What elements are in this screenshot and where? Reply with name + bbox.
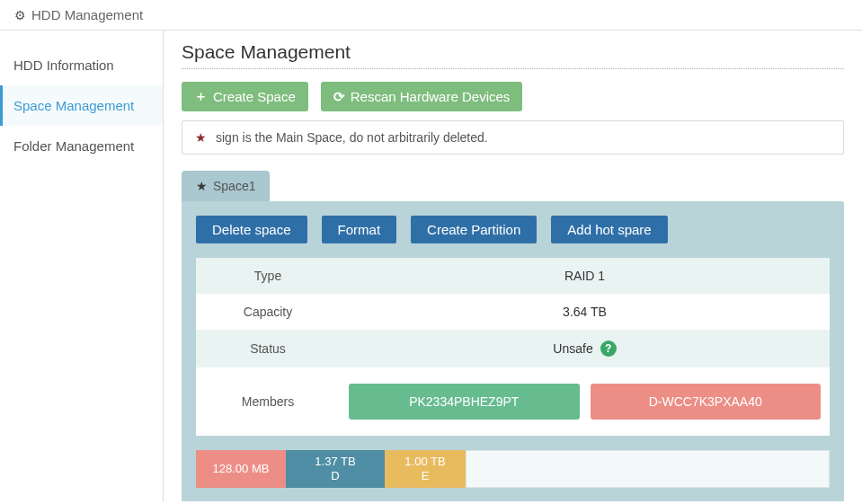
header-title: HDD Management (31, 7, 143, 22)
tab-space1[interactable]: ★ Space1 (182, 171, 270, 201)
space-panel: Delete space Format Create Partition Add… (182, 201, 844, 501)
gear-icon: ⚙ (14, 8, 26, 22)
type-label: Type (196, 258, 340, 294)
partition-system[interactable]: 128.00 MB (196, 450, 286, 488)
help-icon[interactable]: ? (600, 340, 617, 357)
star-icon: ★ (195, 130, 207, 145)
create-partition-button[interactable]: Create Partition (411, 216, 537, 243)
notice-text: sign is the Main Space, do not arbitrari… (216, 130, 488, 145)
type-value: RAID 1 (340, 258, 830, 294)
status-label: Status (196, 330, 340, 367)
main-content: Space Management ＋ Create Space ⟳ Rescan… (164, 31, 862, 501)
refresh-icon: ⟳ (333, 89, 345, 105)
capacity-value: 3.64 TB (340, 294, 830, 330)
sidebar-item-space-management[interactable]: Space Management (0, 85, 163, 126)
rescan-label: Rescan Hardware Devices (351, 89, 511, 104)
main-space-notice: ★ sign is the Main Space, do not arbitra… (182, 120, 844, 155)
partition-bar: 128.00 MB 1.37 TB D 1.00 TB E (196, 450, 830, 488)
status-value: Unsafe (553, 341, 592, 356)
member-disk-ok[interactable]: PK2334PBHEZ9PT (349, 384, 580, 420)
tab-label: Space1 (213, 179, 255, 193)
member-disk-bad[interactable]: D-WCC7K3PXAA40 (591, 384, 822, 420)
sidebar-item-hdd-information[interactable]: HDD Information (0, 45, 163, 85)
partition-e[interactable]: 1.00 TB E (385, 450, 466, 488)
sidebar-item-folder-management[interactable]: Folder Management (0, 126, 163, 166)
star-icon: ★ (196, 179, 208, 193)
capacity-label: Capacity (196, 294, 340, 330)
sidebar: HDD Information Space Management Folder … (0, 31, 164, 501)
partition-free[interactable] (466, 450, 830, 488)
partition-letter: D (331, 469, 339, 483)
partition-size: 128.00 MB (213, 462, 270, 476)
add-hot-spare-button[interactable]: Add hot spare (551, 216, 667, 243)
create-space-label: Create Space (213, 89, 296, 104)
delete-space-button[interactable]: Delete space (196, 216, 307, 243)
create-space-button[interactable]: ＋ Create Space (182, 82, 308, 111)
partition-size: 1.37 TB (315, 455, 355, 469)
format-button[interactable]: Format (322, 216, 397, 243)
members-label: Members (196, 367, 340, 436)
partition-letter: E (422, 469, 430, 483)
space-info-table: Type RAID 1 Capacity 3.64 TB Status Unsa… (196, 258, 830, 436)
page-title: Space Management (182, 41, 844, 69)
rescan-hardware-button[interactable]: ⟳ Rescan Hardware Devices (321, 82, 523, 111)
partition-d[interactable]: 1.37 TB D (286, 450, 385, 488)
plus-icon: ＋ (194, 88, 208, 105)
partition-size: 1.00 TB (404, 455, 445, 469)
